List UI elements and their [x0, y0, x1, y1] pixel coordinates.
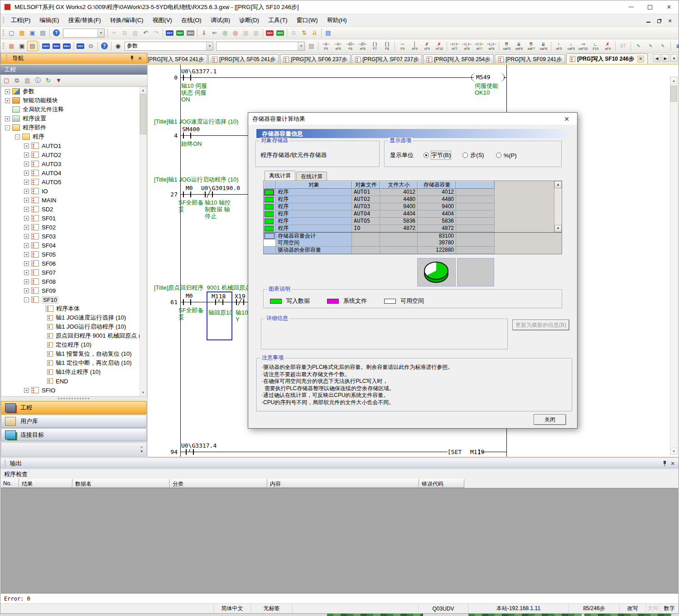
mdi-close-button[interactable]: ✕ — [666, 17, 674, 24]
table-row[interactable]: 程序AUTO244804480 — [264, 196, 562, 203]
data-info-icon[interactable]: ⓘ — [33, 75, 43, 86]
menu-item-8[interactable]: 工具(T) — [264, 15, 292, 25]
ladder-symbol-F9-button[interactable]: ─F9 — [396, 40, 409, 52]
program-transfer-icon[interactable]: ⇊ — [309, 28, 320, 38]
target-combo-dropdown-icon[interactable]: ▾ — [206, 42, 213, 50]
tree-item-MAIN[interactable]: +MAIN — [1, 196, 146, 205]
transfer-setup-icon[interactable]: ⇅ — [299, 28, 309, 38]
nav-button-连接目标[interactable]: 连接目标 — [1, 428, 147, 441]
ladder-contact[interactable] — [183, 194, 191, 195]
tree-item-轴1停止程序 (10)[interactable]: 轴1停止程序 (10) — [1, 368, 146, 377]
write-to-plc-icon[interactable]: ⇓ — [199, 28, 209, 38]
find-binoculars-icon[interactable]: ◉ — [113, 41, 123, 51]
tree-expander-icon[interactable]: - — [5, 125, 10, 130]
find-combo-dropdown-icon[interactable]: ▾ — [298, 42, 304, 50]
tree-expander-icon[interactable]: + — [24, 153, 29, 158]
tree-item-AUTO3[interactable]: +AUTO3 — [1, 159, 146, 168]
tab-scroll-right-icon[interactable]: ▶ — [662, 54, 669, 62]
scroll-up-icon[interactable]: ▲ — [670, 77, 677, 84]
tree-item-SD2[interactable]: +SD2 — [1, 205, 146, 214]
ladder-symbol-saF8-button[interactable]: ⇊saF8 — [537, 40, 549, 52]
nav-button-工程[interactable]: 工程 — [1, 401, 147, 414]
tree-item-程序[interactable]: -程序 — [1, 132, 146, 141]
ladder-symbol-31-button[interactable]: ✎ — [645, 40, 657, 52]
target-combo[interactable]: 参数▾ — [125, 42, 213, 51]
tree-expander-icon[interactable]: + — [24, 207, 29, 212]
ladder-contact-rising[interactable] — [186, 452, 194, 452]
menu-item-5[interactable]: 在线(O) — [177, 15, 206, 25]
table-row[interactable]: 程序AUTO140124012 — [264, 189, 562, 196]
copy-icon[interactable]: ⧉ — [120, 28, 130, 38]
verify-with-plc-icon[interactable]: ◎ — [220, 28, 230, 38]
document-tab-6[interactable]: [PRG]写入 SF09 241步 — [495, 54, 565, 64]
radio-字节(B)[interactable]: 字节(B) — [424, 151, 451, 159]
read-from-plc-icon[interactable]: ⇐ — [209, 28, 220, 38]
tree-expander-icon[interactable]: + — [5, 116, 10, 121]
ladder-symbol-saF5-button[interactable]: ⇈saF5 — [501, 40, 513, 52]
device-statement-icon[interactable]: DEV — [51, 41, 62, 51]
open-project-icon[interactable]: ▦ — [17, 28, 27, 38]
tree-item-SFIO[interactable]: +SFIO — [1, 386, 146, 395]
tab-close-icon[interactable]: ✕ — [637, 56, 644, 62]
panel-splitter[interactable] — [0, 396, 147, 401]
help-balloon-icon[interactable]: ? — [99, 41, 110, 51]
document-tab-4[interactable]: [PRG]写入 SF07 237步 — [352, 54, 422, 64]
tree-expander-icon[interactable]: + — [24, 388, 29, 393]
print-icon[interactable]: ▤ — [38, 28, 48, 38]
tree-item-SF04[interactable]: +SF04 — [1, 241, 146, 250]
delete-plc-data-icon[interactable]: ◎ — [230, 28, 241, 38]
tree-item-参数[interactable]: +参数 — [1, 87, 146, 96]
minimize-button[interactable] — [621, 0, 640, 14]
scroll-thumb[interactable] — [670, 86, 677, 102]
ladder-contact[interactable] — [183, 302, 191, 302]
document-tab-5[interactable]: [PRG]写入 SF08 254步 — [423, 54, 494, 64]
sort-filter-icon[interactable]: ▼ — [53, 75, 64, 86]
find-combo[interactable]: ▾ — [216, 42, 305, 51]
table-row[interactable]: 程序AUTO394009400 — [264, 203, 562, 210]
menu-item-2[interactable]: 搜索/替换(F) — [64, 15, 106, 25]
calc-tab-在线计算[interactable]: 在线计算 — [296, 172, 327, 181]
ladder-symbol-F8-button[interactable]: { }F8 — [381, 40, 393, 52]
new-project-icon[interactable]: ▢ — [6, 28, 17, 38]
menu-item-6[interactable]: 调试(B) — [206, 15, 235, 25]
tree-expander-icon[interactable]: + — [24, 162, 29, 167]
ladder-symbol-F7-button[interactable]: ( )F7 — [369, 40, 381, 52]
menu-item-10[interactable]: 帮助(H) — [323, 15, 352, 25]
tree-item-轴1 JOG运行启动程序 (10)[interactable]: 轴1 JOG运行启动程序 (10) — [1, 322, 146, 331]
ladder-symbol-F6-button[interactable]: ⊣/⊢F6 — [344, 40, 356, 52]
ladder-contact[interactable] — [183, 135, 191, 136]
tree-item-轴1 定位中断，再次启动 (10)[interactable]: 轴1 定位中断，再次启动 (10) — [1, 358, 146, 368]
ladder-symbol-caF10-button[interactable]: ⊸caF10 — [577, 40, 589, 52]
document-tab-7[interactable]: [PRG]写入 SF10 246步✕ — [566, 53, 647, 64]
tree-expander-icon[interactable]: - — [24, 297, 29, 302]
new-data-icon[interactable]: ▢ — [1, 75, 12, 86]
ladder-symbol-cF10-button[interactable]: ✗cF10 — [433, 40, 445, 52]
document-tab-3[interactable]: [PRG]写入 SF06 237步 — [280, 54, 351, 64]
ladder-symbol-aF8-button[interactable]: ⊣↓⊢aF8 — [485, 40, 497, 52]
ladder-symbol-F10-button[interactable]: ∟F10 — [589, 40, 602, 52]
tree-item-END[interactable]: END — [1, 377, 146, 386]
tree-item-SF08[interactable]: +SF08 — [1, 277, 146, 286]
redo-icon[interactable]: ↷ — [151, 28, 161, 38]
tree-item-SF09[interactable]: +SF09 — [1, 286, 146, 295]
dialog-titlebar[interactable]: 存储器容量计算结果 ✕ — [248, 113, 577, 125]
tree-item-定位程序 (10)[interactable]: 定位程序 (10) — [1, 340, 146, 349]
paste-icon[interactable]: ▥ — [130, 28, 140, 38]
menu-item-9[interactable]: 窗口(W) — [292, 15, 323, 25]
mdi-minimize-button[interactable] — [644, 17, 652, 24]
menu-item-3[interactable]: 转换/编译(C) — [106, 15, 148, 25]
tree-scrollbar[interactable]: ▲ ▼ — [140, 87, 146, 396]
tree-expander-icon[interactable]: + — [24, 171, 29, 176]
ladder-coil[interactable]: M549 — [471, 77, 505, 78]
tree-expander-icon[interactable]: + — [5, 89, 10, 94]
maximize-button[interactable] — [640, 0, 660, 14]
tree-item-SF05[interactable]: +SF05 — [1, 250, 146, 259]
nav-button-用户库[interactable]: 用户库 — [1, 415, 147, 428]
tree-expander-icon[interactable]: + — [24, 216, 29, 221]
tree-expander-icon[interactable]: + — [24, 270, 29, 275]
ladder-symbol-aF5-button[interactable]: ↑aF5 — [553, 40, 565, 52]
tree-expander-icon[interactable]: + — [24, 189, 29, 194]
tree-item-程序设置[interactable]: +程序设置 — [1, 114, 146, 123]
ladder-contact[interactable] — [183, 77, 191, 78]
tree-item-轴1 报警复位，自动复位 (10)[interactable]: 轴1 报警复位，自动复位 (10) — [1, 349, 146, 358]
